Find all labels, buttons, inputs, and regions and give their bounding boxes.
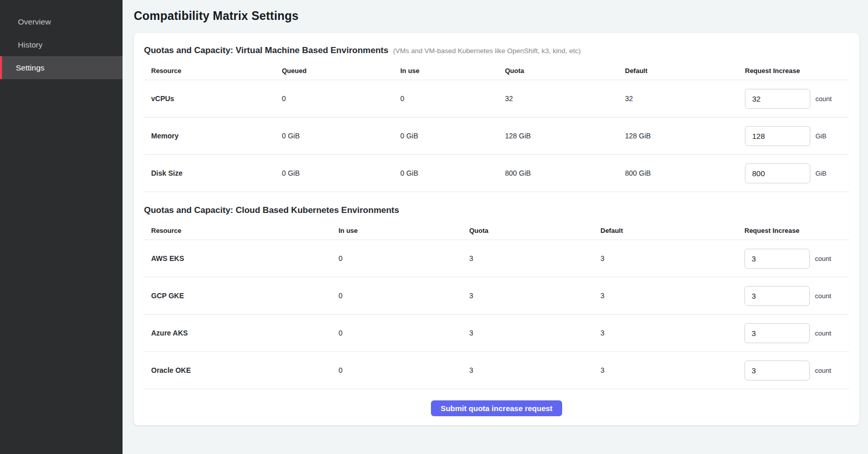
table-row-aws-eks: AWS EKS 0 3 3 count (144, 240, 849, 277)
quotas-card: Quotas and Capacity: Virtual Machine Bas… (134, 33, 859, 425)
card-footer: Submit quota increase request (144, 400, 849, 416)
cell-default: 3 (600, 329, 744, 337)
cloud-table: Resource In use Quota Default Request In… (144, 218, 849, 389)
unit-label: GiB (815, 132, 827, 140)
table-row-memory: Memory 0 GiB 0 GiB 128 GiB 128 GiB GiB (144, 117, 849, 155)
vm-section-subtitle: (VMs and VM-based Kubernetes like OpenSh… (393, 47, 581, 55)
cell-quota: 3 (469, 292, 600, 300)
cell-default: 128 GiB (625, 132, 745, 140)
cell-in-use: 0 GiB (400, 169, 505, 177)
column-header-request-increase: Request Increase (745, 63, 849, 75)
sidebar-item-settings[interactable]: Settings (0, 56, 123, 79)
cell-quota: 3 (469, 254, 600, 262)
cell-default: 32 (625, 94, 745, 103)
cell-resource: Oracle OKE (144, 366, 339, 374)
column-header-quota: Quota (505, 63, 625, 75)
cell-quota: 3 (469, 329, 600, 337)
cell-in-use: 0 (400, 94, 505, 103)
unit-label: count (815, 95, 832, 103)
cell-in-use: 0 (339, 254, 469, 262)
column-header-in-use: In use (400, 63, 505, 75)
vm-table-header-row: Resource Queued In use Quota Default Req… (144, 58, 849, 80)
vcpus-request-input[interactable] (745, 89, 810, 109)
cell-quota: 128 GiB (505, 132, 625, 140)
cell-request-increase: count (745, 89, 849, 109)
cell-in-use: 0 (339, 292, 469, 300)
unit-label: GiB (815, 170, 827, 177)
cell-default: 3 (600, 254, 744, 262)
sidebar: Overview History Settings (0, 0, 123, 454)
cell-in-use: 0 (339, 329, 469, 337)
vm-section-title: Quotas and Capacity: Virtual Machine Bas… (144, 45, 389, 56)
column-header-resource: Resource (144, 63, 282, 75)
column-header-resource: Resource (144, 223, 339, 234)
column-header-quota: Quota (469, 223, 600, 234)
cell-resource: vCPUs (144, 94, 282, 103)
table-row-gcp-gke: GCP GKE 0 3 3 count (144, 277, 849, 315)
column-header-request-increase: Request Increase (744, 223, 849, 234)
vm-section-header: Quotas and Capacity: Virtual Machine Bas… (144, 45, 849, 56)
gcp-gke-request-input[interactable] (744, 286, 810, 306)
column-header-default: Default (625, 63, 745, 75)
cell-default: 3 (600, 292, 744, 300)
column-header-default: Default (600, 223, 744, 234)
unit-label: count (815, 329, 831, 337)
table-row-oracle-oke: Oracle OKE 0 3 3 count (144, 352, 849, 389)
cell-quota: 3 (469, 366, 600, 374)
cell-queued: 0 (282, 94, 400, 103)
sidebar-item-history[interactable]: History (0, 33, 123, 56)
table-row-vcpus: vCPUs 0 0 32 32 count (144, 80, 849, 117)
aws-eks-request-input[interactable] (744, 249, 810, 269)
cell-resource: GCP GKE (144, 292, 339, 300)
sidebar-item-overview[interactable]: Overview (0, 10, 123, 33)
sidebar-item-label: Settings (16, 63, 44, 73)
column-header-queued: Queued (282, 63, 400, 75)
cell-in-use: 0 (339, 366, 469, 374)
cell-request-increase: GiB (745, 163, 849, 183)
submit-quota-increase-button[interactable]: Submit quota increase request (431, 400, 562, 416)
cell-resource: AWS EKS (144, 254, 339, 262)
unit-label: count (815, 292, 831, 300)
cell-request-increase: count (744, 249, 849, 269)
column-header-in-use: In use (339, 223, 469, 234)
cell-request-increase: count (744, 286, 849, 306)
sidebar-item-label: Overview (18, 17, 51, 27)
cell-resource: Azure AKS (144, 329, 339, 337)
cell-request-increase: count (744, 323, 849, 343)
cell-resource: Memory (144, 132, 282, 140)
vm-table: Resource Queued In use Quota Default Req… (144, 58, 849, 192)
cell-quota: 32 (505, 94, 625, 103)
cell-default: 800 GiB (625, 169, 745, 177)
oracle-oke-request-input[interactable] (744, 361, 810, 380)
memory-request-input[interactable] (745, 126, 810, 146)
cell-queued: 0 GiB (282, 132, 400, 140)
disk-size-request-input[interactable] (745, 163, 810, 183)
cell-resource: Disk Size (144, 169, 282, 177)
cell-quota: 800 GiB (505, 169, 625, 177)
cloud-section-header: Quotas and Capacity: Cloud Based Kuberne… (144, 205, 849, 216)
sidebar-item-label: History (18, 40, 42, 50)
unit-label: count (815, 367, 831, 374)
cell-request-increase: GiB (745, 126, 849, 146)
table-row-azure-aks: Azure AKS 0 3 3 count (144, 315, 849, 352)
table-row-disk-size: Disk Size 0 GiB 0 GiB 800 GiB 800 GiB Gi… (144, 155, 849, 192)
unit-label: count (815, 255, 831, 262)
cell-request-increase: count (744, 361, 849, 380)
azure-aks-request-input[interactable] (744, 323, 810, 343)
page-title: Compatibility Matrix Settings (134, 9, 860, 23)
cell-queued: 0 GiB (282, 169, 400, 177)
cell-default: 3 (600, 366, 744, 374)
main-content: Compatibility Matrix Settings Quotas and… (123, 0, 868, 454)
cloud-table-header-row: Resource In use Quota Default Request In… (144, 218, 849, 240)
cell-in-use: 0 GiB (400, 132, 505, 140)
cloud-section-title: Quotas and Capacity: Cloud Based Kuberne… (144, 205, 399, 216)
